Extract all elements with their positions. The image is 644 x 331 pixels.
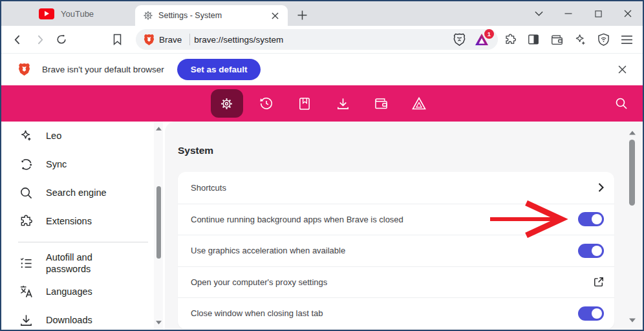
maximize-button[interactable] xyxy=(583,1,613,26)
side-panel-icon[interactable] xyxy=(524,30,543,49)
page-title: System xyxy=(178,145,643,156)
close-window-button[interactable] xyxy=(613,1,643,26)
row-label: Shortcuts xyxy=(191,183,598,193)
rewards-notification-badge: 1 xyxy=(484,29,494,39)
row-label: Continue running background apps when Br… xyxy=(191,215,578,224)
sidebar-item-extensions[interactable]: Extensions xyxy=(1,207,165,235)
scroll-down-icon[interactable] xyxy=(629,315,636,325)
brave-lion-icon xyxy=(144,34,155,46)
new-tab-button[interactable] xyxy=(293,6,311,24)
settings-sidebar: Leo Sync Search engine xyxy=(1,122,165,330)
window-controls xyxy=(524,1,643,26)
sidebar-scrollbar[interactable] xyxy=(154,122,163,330)
row-label: Close window when closing last tab xyxy=(191,308,578,318)
translate-icon xyxy=(19,285,33,299)
scroll-up-icon[interactable] xyxy=(156,124,162,133)
history-icon[interactable] xyxy=(252,89,281,118)
leo-ai-icon[interactable] xyxy=(570,30,590,49)
row-proxy-settings[interactable]: Open your computer's proxy settings xyxy=(178,266,614,298)
chevron-right-icon xyxy=(598,183,604,192)
tab-close-icon[interactable] xyxy=(268,9,281,22)
brave-lion-icon xyxy=(18,63,30,76)
url-text[interactable]: brave://settings/system xyxy=(194,35,449,45)
rewards-triangle-icon[interactable] xyxy=(405,89,434,118)
site-identity[interactable]: Brave xyxy=(140,34,186,46)
settings-main-panel: System Shortcuts Continue running backgr… xyxy=(165,122,643,330)
default-browser-infobar: Brave isn't your default browser Set as … xyxy=(1,53,643,85)
row-label: Open your computer's proxy settings xyxy=(191,277,594,287)
graphics-acceleration-toggle-on[interactable] xyxy=(578,244,604,258)
scrollbar-thumb[interactable] xyxy=(629,140,635,206)
autofill-list-icon xyxy=(19,257,33,270)
sidebar-item-sync[interactable]: Sync xyxy=(1,150,165,178)
scrollbar-thumb[interactable] xyxy=(156,186,161,259)
sidebar-item-downloads[interactable]: Downloads xyxy=(1,306,165,330)
sidebar-item-label: Downloads xyxy=(46,314,92,326)
sync-icon xyxy=(19,158,33,171)
content-scrollbar[interactable] xyxy=(627,122,637,330)
divider xyxy=(189,34,190,45)
vpn-shield-icon[interactable] xyxy=(594,30,613,49)
tab-settings-system[interactable]: Settings - System xyxy=(135,5,288,26)
forward-button[interactable] xyxy=(30,30,49,49)
sidebar-item-languages[interactable]: Languages xyxy=(1,277,165,306)
sidebar-item-leo[interactable]: Leo xyxy=(1,122,165,150)
sidebar-item-label: Search engine xyxy=(46,187,107,198)
address-bar[interactable]: Brave brave://settings/system xyxy=(136,29,498,50)
brave-shields-icon[interactable] xyxy=(453,33,466,47)
row-shortcuts[interactable]: Shortcuts xyxy=(178,172,614,204)
minimize-button[interactable] xyxy=(553,1,583,26)
sidebar-item-label: Extensions xyxy=(46,215,92,227)
bookmark-icon[interactable] xyxy=(107,30,127,49)
wallet-icon[interactable] xyxy=(367,89,396,118)
sidebar-item-label: Sync xyxy=(46,158,67,170)
downloads-icon[interactable] xyxy=(328,89,358,118)
background-apps-toggle-on[interactable] xyxy=(578,212,604,226)
search-settings-icon[interactable] xyxy=(612,94,631,113)
extensions-puzzle-icon xyxy=(19,215,33,228)
tab-search-chevron-icon[interactable] xyxy=(524,1,553,26)
sidebar-item-label: Languages xyxy=(46,286,92,297)
row-graphics-acceleration: Use graphics acceleration when available xyxy=(178,235,614,266)
sidebar-item-autofill[interactable]: Autofill and passwords xyxy=(1,249,165,277)
tab-label: YouTube xyxy=(61,9,94,19)
settings-gear-icon[interactable] xyxy=(211,89,243,118)
tab-strip: YouTube Settings - System xyxy=(1,1,643,26)
youtube-favicon xyxy=(39,8,54,19)
settings-gear-favicon xyxy=(143,10,153,21)
scroll-up-icon[interactable] xyxy=(629,128,636,137)
settings-header xyxy=(1,85,643,122)
sidebar-item-search-engine[interactable]: Search engine xyxy=(1,178,165,207)
wallet-icon[interactable] xyxy=(547,30,566,49)
infobar-message: Brave isn't your default browser xyxy=(42,65,164,74)
browser-window: YouTube Settings - System xyxy=(0,0,644,331)
back-button[interactable] xyxy=(8,30,27,49)
row-label: Use graphics acceleration when available xyxy=(191,246,578,255)
extensions-puzzle-icon[interactable] xyxy=(500,30,520,49)
toolbar-actions xyxy=(500,30,636,49)
row-background-apps: Continue running background apps when Br… xyxy=(178,204,614,235)
system-settings-card: Shortcuts Continue running background ap… xyxy=(178,172,614,329)
search-icon xyxy=(19,186,33,200)
navigation-toolbar: Brave brave://settings/system xyxy=(1,26,643,53)
tab-label: Settings - System xyxy=(158,11,263,20)
leo-sparkle-icon xyxy=(19,129,33,143)
address-bar-actions: 1 xyxy=(453,33,491,47)
settings-header-nav xyxy=(211,89,434,118)
download-icon xyxy=(19,314,33,327)
sidebar-divider xyxy=(18,242,148,242)
sidebar-item-label: Autofill and passwords xyxy=(46,251,136,275)
row-close-window-last-tab: Close window when closing last tab xyxy=(178,297,614,329)
settings-body: Leo Sync Search engine xyxy=(1,122,643,330)
tab-youtube[interactable]: YouTube xyxy=(1,1,104,26)
reload-button[interactable] xyxy=(52,30,71,49)
scroll-down-icon[interactable] xyxy=(156,318,162,327)
brave-rewards-icon[interactable]: 1 xyxy=(475,33,489,46)
set-as-default-button[interactable]: Set as default xyxy=(177,59,261,80)
bookmarks-icon[interactable] xyxy=(290,89,319,118)
sidebar-item-label: Leo xyxy=(46,130,61,142)
site-identity-label: Brave xyxy=(159,35,182,45)
close-window-toggle-on[interactable] xyxy=(578,306,604,321)
menu-icon[interactable] xyxy=(617,30,636,49)
infobar-close-icon[interactable] xyxy=(613,61,631,79)
